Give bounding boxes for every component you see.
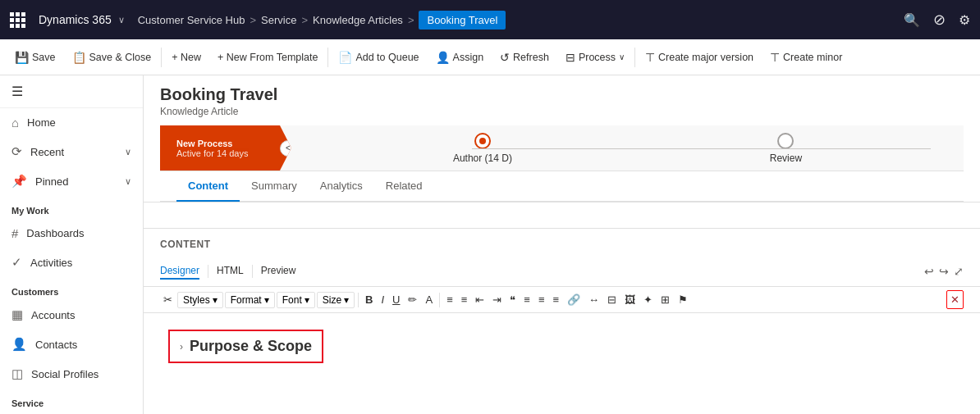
activities-icon: ✓: [11, 255, 22, 270]
new-button[interactable]: + New: [163, 47, 209, 68]
bold-icon[interactable]: B: [362, 291, 376, 308]
article-tabs: Content Summary Analytics Related: [160, 171, 964, 202]
save-close-icon: 📋: [72, 51, 86, 64]
expand-icon[interactable]: ⤢: [954, 265, 964, 278]
styles-dropdown-arrow: ▾: [213, 294, 218, 306]
brand-arrow: ∨: [118, 15, 125, 25]
align-left-icon[interactable]: ≡: [443, 291, 456, 308]
my-work-section-label: My Work: [0, 196, 143, 219]
tab-analytics[interactable]: Analytics: [309, 171, 374, 202]
minor-version-icon: ⊤: [770, 51, 780, 64]
styles-dropdown[interactable]: Styles ▾: [177, 292, 223, 308]
process-icon: ⊟: [566, 51, 575, 64]
font-color-icon[interactable]: A: [422, 291, 436, 308]
sidebar-item-accounts[interactable]: ▦ Accounts: [0, 300, 143, 330]
breadcrumb-item-3[interactable]: Knowledge Articles: [313, 14, 403, 26]
rt-divider-2: [439, 293, 440, 307]
highlight-icon[interactable]: ✏: [405, 291, 420, 308]
article-header: Booking Travel Knowledge Article New Pro…: [144, 75, 980, 202]
customers-section-label: Customers: [0, 277, 143, 300]
quote-icon[interactable]: ❝: [506, 291, 519, 308]
tab-content[interactable]: Content: [176, 171, 240, 202]
size-dropdown[interactable]: Size ▾: [317, 292, 355, 308]
main-toolbar: 💾 Save 📋 Save & Close + New + New From T…: [0, 39, 980, 75]
brand-name: Dynamics 365: [39, 13, 112, 26]
flag-icon[interactable]: ⚑: [675, 291, 691, 308]
sidebar-item-activities[interactable]: ✓ Activities: [0, 248, 143, 277]
font-dropdown[interactable]: Font ▾: [277, 292, 315, 308]
underline-icon[interactable]: U: [389, 291, 403, 308]
search-icon[interactable]: 🔍: [904, 12, 920, 28]
misc-icon-1[interactable]: ↔: [585, 291, 602, 308]
assign-icon: 👤: [436, 51, 450, 64]
sidebar-item-social-profiles[interactable]: ◫ Social Profiles: [0, 359, 143, 389]
align-center-icon[interactable]: ≡: [458, 291, 471, 308]
eraser-icon[interactable]: ✂: [160, 291, 176, 308]
breadcrumb-sep-2: >: [301, 14, 308, 26]
create-minor-button[interactable]: ⊤ Create minor: [762, 46, 850, 69]
misc-icon-2[interactable]: ⊟: [604, 291, 620, 308]
heading-text: Purpose & Scope: [190, 338, 312, 355]
undo-icon[interactable]: ↩: [924, 265, 934, 278]
view-divider-2: [252, 265, 253, 278]
toolbar-divider-3: [634, 48, 635, 67]
toolbar-divider-2: [327, 48, 328, 67]
tab-related[interactable]: Related: [374, 171, 434, 202]
article-subtitle: Knowledge Article: [160, 106, 964, 117]
grid-icon[interactable]: ⊞: [657, 291, 673, 308]
pinned-icon: 📌: [11, 174, 27, 189]
editor-tab-preview[interactable]: Preview: [261, 263, 296, 280]
sidebar-item-recent[interactable]: ⟳ Recent ∨: [0, 137, 143, 166]
assign-button[interactable]: 👤 Assign: [428, 46, 492, 69]
image-icon[interactable]: 🖼: [621, 291, 639, 308]
save-close-button[interactable]: 📋 Save & Close: [64, 46, 160, 69]
edit-icon[interactable]: ⊘: [933, 11, 946, 29]
brand-logo[interactable]: Dynamics 365 ∨: [39, 13, 125, 26]
italic-icon[interactable]: I: [378, 291, 387, 308]
list2-icon[interactable]: ≡: [535, 291, 548, 308]
recent-arrow-icon: ∨: [125, 147, 131, 157]
new-from-template-button[interactable]: + New From Template: [209, 47, 326, 68]
main-layout: ☰ ⌂ Home ⟳ Recent ∨ 📌 Pinned ∨ My Work #…: [0, 75, 980, 414]
process-steps: Author (14 D) Review: [291, 133, 964, 164]
list-icon[interactable]: ≡: [520, 291, 534, 308]
sidebar-item-pinned[interactable]: 📌 Pinned ∨: [0, 166, 143, 196]
settings-icon[interactable]: ⚙: [959, 12, 970, 28]
rich-text-toolbar: ✂ Styles ▾ Format ▾ Font ▾ Size ▾: [144, 287, 980, 313]
process-stage-name: New Process: [176, 139, 280, 148]
add-to-queue-button[interactable]: 📄 Add to Queue: [330, 46, 427, 69]
pinned-arrow-icon: ∨: [125, 176, 131, 187]
recent-icon: ⟳: [11, 144, 22, 159]
tab-summary[interactable]: Summary: [240, 171, 309, 202]
refresh-button[interactable]: ↺ Refresh: [492, 46, 557, 69]
breadcrumb-item-2[interactable]: Service: [261, 14, 296, 26]
editor-tab-designer[interactable]: Designer: [160, 263, 199, 280]
breadcrumb-item-1[interactable]: Customer Service Hub: [138, 14, 245, 26]
sidebar-item-home[interactable]: ⌂ Home: [0, 108, 143, 137]
process-connector-line: [472, 148, 931, 149]
sidebar-toggle[interactable]: ☰: [11, 84, 23, 99]
close-toolbar-button[interactable]: ✕: [946, 290, 964, 309]
sidebar-item-dashboards[interactable]: # Dashboards: [0, 219, 143, 248]
star-icon[interactable]: ✦: [640, 291, 656, 308]
editor-tab-html[interactable]: HTML: [217, 263, 244, 280]
process-stage-active[interactable]: New Process Active for 14 days <: [160, 125, 291, 171]
author-step-circle: [474, 133, 491, 149]
indent-more-icon[interactable]: ⇥: [489, 291, 505, 308]
waffle-menu[interactable]: [10, 12, 25, 28]
redo-icon[interactable]: ↪: [939, 265, 949, 278]
save-icon: 💾: [15, 51, 29, 64]
indent-less-icon[interactable]: ⇤: [472, 291, 488, 308]
major-version-icon: ⊤: [645, 51, 655, 64]
create-major-version-button[interactable]: ⊤ Create major version: [637, 46, 762, 69]
link-icon[interactable]: 🔗: [564, 291, 584, 308]
sidebar-item-contacts[interactable]: 👤 Contacts: [0, 330, 143, 359]
heading-block-selected[interactable]: › Purpose & Scope: [168, 330, 323, 363]
nav-right-icons: 🔍 ⊘ ⚙: [904, 11, 970, 29]
breadcrumb-item-4-active[interactable]: Booking Travel: [419, 11, 506, 30]
list3-icon[interactable]: ≡: [550, 291, 563, 308]
service-section-label: Service: [0, 389, 143, 412]
format-dropdown[interactable]: Format ▾: [225, 292, 275, 308]
save-button[interactable]: 💾 Save: [7, 46, 64, 69]
process-button[interactable]: ⊟ Process ∨: [557, 46, 633, 69]
